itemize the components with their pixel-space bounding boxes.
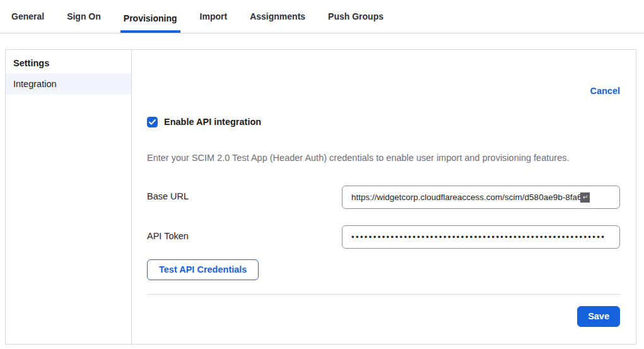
enable-api-integration-checkbox[interactable] xyxy=(147,117,158,127)
cancel-button[interactable]: Cancel xyxy=(590,86,620,96)
tab-general[interactable]: General xyxy=(8,11,47,33)
tab-import[interactable]: Import xyxy=(197,11,231,33)
credentials-description: Enter your SCIM 2.0 Test App (Header Aut… xyxy=(147,153,620,164)
api-token-label: API Token xyxy=(147,225,342,249)
sidebar-item-integration[interactable]: Integration xyxy=(6,73,131,95)
tab-assignments[interactable]: Assignments xyxy=(247,11,308,33)
base-url-input[interactable]: https://widgetcorp.cloudflareaccess.com/… xyxy=(342,186,620,209)
base-url-label: Base URL xyxy=(147,186,342,209)
sidebar-header: Settings xyxy=(6,50,131,73)
base-url-field-row: Base URL https://widgetcorp.cloudflareac… xyxy=(147,186,620,209)
enable-api-integration-label: Enable API integration xyxy=(164,117,261,127)
test-api-credentials-button[interactable]: Test API Credentials xyxy=(147,259,259,280)
form-footer-divider xyxy=(147,294,620,295)
integration-settings-form: Cancel Enable API integration Enter your… xyxy=(132,50,636,344)
api-token-field-row: API Token ••••••••••••••••••••••••••••••… xyxy=(147,225,620,249)
form-footer-actions: Save xyxy=(147,306,620,327)
tab-push-groups[interactable]: Push Groups xyxy=(325,11,387,33)
enable-api-integration-row: Enable API integration xyxy=(147,116,620,127)
test-credentials-row: Test API Credentials xyxy=(147,259,620,280)
save-button[interactable]: Save xyxy=(577,306,620,327)
tab-provisioning[interactable]: Provisioning xyxy=(120,13,180,33)
checkmark-icon xyxy=(149,119,156,125)
api-token-input[interactable]: ••••••••••••••••••••••••••••••••••••••••… xyxy=(342,225,620,249)
tab-sign-on[interactable]: Sign On xyxy=(64,11,104,33)
form-header-actions: Cancel xyxy=(147,85,620,97)
provisioning-panel: Settings Integration Cancel Enable API i… xyxy=(5,49,636,345)
base-url-value: https://widgetcorp.cloudflareaccess.com/… xyxy=(351,192,582,202)
settings-sidebar: Settings Integration xyxy=(6,50,132,344)
text-cursor-block: ↵ xyxy=(580,192,590,203)
app-tab-bar: General Sign On Provisioning Import Assi… xyxy=(0,0,644,33)
api-token-masked-value: ••••••••••••••••••••••••••••••••••••••••… xyxy=(351,232,606,242)
